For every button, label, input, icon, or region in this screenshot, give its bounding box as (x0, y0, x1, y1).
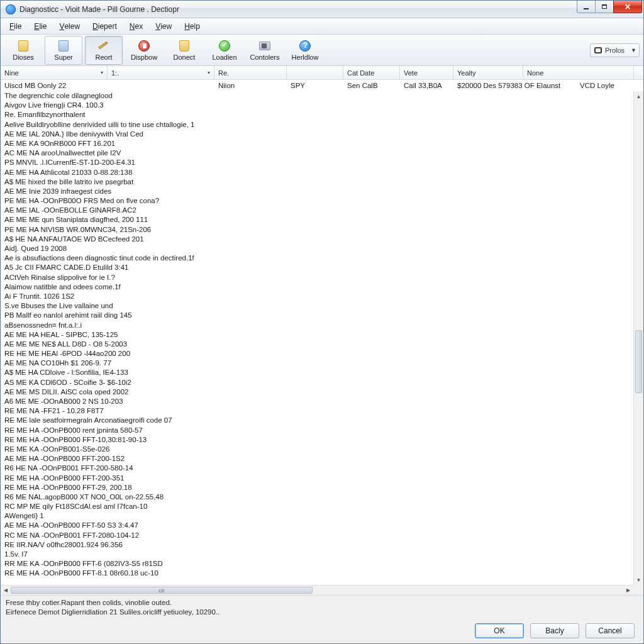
list-item[interactable]: AE ME HA -OOnPB000 FFT-50 S3 3:4.47 (1, 521, 633, 530)
donect-label: Donect (174, 53, 196, 61)
list-item[interactable]: PB Mallf eo nanlol arehimt raiil ding 14… (1, 311, 633, 320)
list-item[interactable]: PE ME HA -OOnPB00O FRS Med on flve cona? (1, 196, 633, 206)
list-item[interactable]: AWengeti} 1 (1, 511, 633, 521)
horizontal-scrollbar[interactable]: ◀ cir ▶ (1, 585, 633, 595)
list-item[interactable]: AE ME MS DILII. AiSC cola oped 2002 (1, 387, 633, 397)
menu-file[interactable]: File (3, 18, 28, 34)
list-item[interactable]: A$ HE NA ANFAUTAOE WD BCecfeed 201 (1, 235, 633, 244)
list-item[interactable]: R6 HE NA -OOnPB001 FFT-200-580-14 (1, 464, 633, 473)
report-label: Reort (96, 53, 113, 61)
display-button[interactable]: Dispbow (125, 36, 163, 65)
list-item[interactable]: A6 ME ME -OOnAB000 2 NS 10-203 (1, 397, 633, 406)
protocol-combo[interactable]: Prolos ▼ (590, 43, 640, 57)
list-item[interactable]: AS ME KA CDl6OD - SCoifie 3- $6-10i2 (1, 378, 633, 387)
contolers-button[interactable]: Contolers (246, 36, 284, 65)
column-header-0[interactable]: Nine▾ (1, 66, 108, 79)
donect-button[interactable]: Donect (165, 36, 203, 65)
column-header-5[interactable]: Vete (400, 66, 453, 79)
herldlow-button[interactable]: Herldlow (286, 36, 324, 65)
list-viewport[interactable]: The degrenchic cole dilagnegloodAivgov L… (1, 91, 633, 585)
list-item[interactable]: Ai F Truntit. 1026 1S2 (1, 292, 633, 301)
list-item[interactable]: RR ME KA -OOnPB000 FFT-6 (082IV3-S5 r81S… (1, 559, 633, 569)
report-button[interactable]: Reort (85, 36, 123, 65)
vscroll-thumb[interactable] (635, 330, 642, 393)
list-item[interactable]: AC ME NA arooUnallwecttet pile I2V (1, 148, 633, 158)
menu-help[interactable]: Help (178, 18, 206, 34)
list-item[interactable]: AE ME Inie 2039 infraegest cides (1, 187, 633, 196)
menu-nex[interactable]: Nex (123, 18, 149, 34)
list-item[interactable]: RC MP ME qily Ft18SCdAl.esl aml I7fcan-1… (1, 502, 633, 511)
list-item[interactable]: ACtVeh Rinalse slippolive for ie I.? (1, 273, 633, 282)
column-header-3[interactable] (287, 66, 343, 79)
list-item[interactable]: A5 Jc CII FMARC CADE.D Etulild 3:41 (1, 263, 633, 272)
list-item[interactable]: RE ME KA -OOnPB001-S5e-026 (1, 445, 633, 454)
list-item[interactable]: AE ME HA HEAL - SIPBC, 135-125 (1, 330, 633, 340)
super-button[interactable]: Super (45, 36, 82, 65)
loadien-icon (218, 40, 231, 52)
list-item[interactable]: Ae is absufiactions deen diagnostic tinu… (1, 253, 633, 263)
list-item[interactable]: AE ME KA 9OnRB000 FFT 16.201 (1, 139, 633, 148)
column-label: None (527, 69, 543, 77)
list-item[interactable]: PS MNVIL .l.ICurrenfE-ST-1D-200-E4.31 (1, 158, 633, 167)
bacly-button[interactable]: Bacly (530, 623, 579, 638)
ok-button[interactable]: OK (475, 623, 524, 638)
minimize-button[interactable] (577, 1, 596, 13)
list-item[interactable]: RE ME HA -OOnPB000 FFT-29, 200.18 (1, 483, 633, 492)
list-item[interactable]: R6 ME NAL.agopB000 XT NO0_O0L on-22.55,4… (1, 492, 633, 502)
hscroll-label: cir (158, 587, 165, 594)
column-header-4[interactable]: Cat Date (343, 66, 400, 79)
list-item[interactable]: A$ ME HA CDloive - l:Sonfilia, IE4-133 (1, 368, 633, 377)
cancel-button[interactable]: Cancel (586, 623, 635, 638)
close-button[interactable]: ✕ (613, 1, 642, 13)
scroll-up-icon[interactable]: ▲ (634, 91, 643, 101)
scroll-right-icon[interactable]: ▶ (623, 586, 633, 595)
list-item[interactable]: AE ME ME NE$ ALL D8D - O8 5-2003 (1, 340, 633, 349)
menu-view[interactable]: View (149, 18, 178, 34)
list-item[interactable]: AE ME IAL 20NA.} Ilbe denivywith Vral Ce… (1, 130, 633, 139)
list-item[interactable]: RE IIR.NA/V o0fhc28001.924 96.356 (1, 540, 633, 550)
list-item[interactable]: Aid]. Qued 19 2008 (1, 244, 633, 253)
list-item[interactable]: A$ ME hixed the bille latrito ive psegrb… (1, 177, 633, 187)
list-item[interactable]: RC ME NA -OOnPB001 FFT-2080-104-12 (1, 531, 633, 540)
scroll-down-icon[interactable]: ▼ (634, 575, 643, 585)
list-item[interactable]: Aivgov Live frieng|i CR4. 100.3 (1, 101, 633, 110)
list-item[interactable]: AE ME HA -OOnPB000 FFT-200-1S2 (1, 454, 633, 464)
list-item[interactable]: AE ME NA CO10Hh $1 206-9. 77 (1, 358, 633, 368)
hscroll-thumb[interactable]: cir (11, 587, 313, 594)
menu-diepert[interactable]: Diepert (86, 18, 123, 34)
list-item[interactable]: RE ME HA -OOnPB000 FFT-10,30:81-90-13 (1, 435, 633, 445)
cell-5: Call 33,B0A (400, 80, 453, 91)
list-item[interactable]: AE ME ME qun Staniplata diagfhed, 200 11… (1, 215, 633, 225)
list-item[interactable]: AE ME IAL -OOnEBOLLE GlNARF8.AC2 (1, 206, 633, 215)
list-item[interactable]: RE ME HA -OOnPB000 FFT-200-351 (1, 474, 633, 483)
titlebar[interactable]: Diagnosticc - Vioit Made - Pill Gourne .… (1, 1, 643, 18)
cell-2: Niion (214, 80, 287, 91)
vertical-scrollbar[interactable]: ▲ ▼ (633, 91, 643, 585)
list-item[interactable]: RE HE ME HEAl -6POD -l44ao200 200 (1, 349, 633, 358)
maximize-button[interactable] (595, 1, 614, 13)
list-item[interactable]: Re. Emanfilbzynorthalent (1, 110, 633, 119)
column-header-6[interactable]: Yealty (453, 66, 523, 79)
list-item[interactable]: RE ME lale seatfoirmegraln Arconatiaegro… (1, 416, 633, 425)
list-item[interactable]: RE ME NA -FF21 - 10.28 F8T7 (1, 406, 633, 416)
list-item[interactable]: RE ME HA -OOnPB000 rent jpninta 580-57 (1, 426, 633, 435)
list-item[interactable]: Aelive Buildlryoblline denrivided uilli … (1, 120, 633, 130)
scroll-left-icon[interactable]: ◀ (1, 586, 11, 595)
list-item[interactable]: PE ME HA NIVISB WR.0MWNC34, 21Sn-206 (1, 225, 633, 235)
menu-velew[interactable]: Velew (53, 18, 86, 34)
list-item[interactable]: RE ME HA -OOnPB000 FFT-8.1 08r60.18 uc-1… (1, 569, 633, 578)
list-item[interactable]: AE ME HA Athlicotal 21033 0-88.28:138 (1, 168, 633, 177)
list-item[interactable]: S.ve Bbuses the Live vallaine und (1, 301, 633, 311)
column-header-7[interactable]: None (523, 66, 634, 79)
list-item[interactable]: Alaimow natitble and odees come.1f (1, 282, 633, 292)
list-item[interactable]: aBsenossnedn= fnt.a.l:.i (1, 321, 633, 330)
data-row-first[interactable]: Uiscd MB Oonly 22NiionSPYSen CalBCall 33… (1, 80, 643, 91)
dioses-button[interactable]: Dioses (4, 36, 42, 65)
list-item[interactable]: 1.5v. I7 (1, 550, 633, 559)
menu-elie[interactable]: Elie (28, 18, 53, 34)
column-header-1[interactable]: 1:.▾ (108, 66, 214, 79)
column-header-2[interactable]: Re. (214, 66, 287, 79)
protocol-icon (594, 47, 602, 53)
loadien-button[interactable]: Loadien (206, 36, 243, 65)
list-item[interactable]: The degrenchic cole dilagneglood (1, 91, 633, 101)
